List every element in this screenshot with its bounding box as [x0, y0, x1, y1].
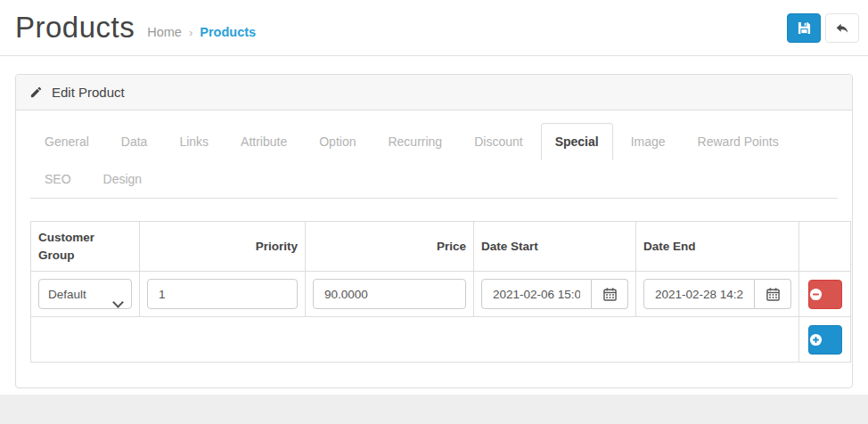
date-end-input[interactable]: [643, 279, 755, 309]
product-tabs: General Data Links Attribute Option Recu…: [30, 123, 838, 199]
tab-data[interactable]: Data: [107, 123, 162, 160]
tab-attribute[interactable]: Attribute: [226, 123, 301, 160]
page-title: Products: [15, 11, 135, 45]
calendar-icon: [603, 288, 617, 301]
panel-body: General Data Links Attribute Option Recu…: [16, 110, 852, 375]
plus-circle-icon: [809, 333, 841, 347]
footer-empty-cell: [31, 317, 799, 363]
page-header: Products Home › Products: [0, 0, 868, 56]
minus-circle-icon: [809, 288, 841, 301]
page-background-strip: [0, 395, 868, 424]
col-header-actions: [799, 222, 851, 272]
tab-seo[interactable]: SEO: [30, 160, 86, 198]
col-header-customer-group: Customer Group: [31, 222, 140, 272]
date-start-calendar-button[interactable]: [592, 279, 628, 309]
panel-heading: Edit Product: [16, 75, 852, 110]
tab-reward-points[interactable]: Reward Points: [684, 123, 793, 160]
date-start-group: [481, 279, 628, 309]
calendar-icon: [766, 288, 780, 301]
date-end-calendar-button[interactable]: [755, 279, 791, 309]
special-row: Default: [31, 272, 851, 317]
date-end-group: [643, 279, 791, 309]
breadcrumb-home-link[interactable]: Home: [147, 25, 182, 39]
panel-title: Edit Product: [52, 85, 125, 100]
tab-special[interactable]: Special: [541, 123, 613, 160]
tab-option[interactable]: Option: [305, 123, 370, 160]
priority-input[interactable]: [147, 279, 298, 309]
tab-general[interactable]: General: [30, 123, 103, 160]
breadcrumb-separator: ›: [189, 26, 192, 39]
table-footer-row: [31, 317, 851, 363]
tab-design[interactable]: Design: [89, 160, 157, 198]
back-reply-arrow-icon: [835, 20, 849, 35]
col-header-priority: Priority: [140, 222, 306, 272]
special-price-table: Customer Group Priority Price Date Start…: [30, 221, 851, 363]
customer-group-select-wrap: Default: [38, 288, 132, 301]
breadcrumb: Home › Products: [147, 25, 256, 39]
edit-product-panel: Edit Product General Data Links Attribut…: [15, 74, 853, 388]
price-input[interactable]: [313, 279, 466, 309]
col-header-price: Price: [306, 222, 474, 272]
back-button[interactable]: [825, 13, 859, 43]
date-start-input[interactable]: [481, 279, 592, 309]
tab-image[interactable]: Image: [617, 123, 680, 160]
save-button[interactable]: [787, 13, 821, 43]
tab-recurring[interactable]: Recurring: [373, 123, 456, 160]
customer-group-select[interactable]: Default: [38, 279, 132, 309]
tab-discount[interactable]: Discount: [460, 123, 536, 160]
tab-links[interactable]: Links: [165, 123, 223, 160]
breadcrumb-current-link[interactable]: Products: [200, 25, 256, 39]
pencil-icon: [29, 86, 43, 99]
col-header-date-end: Date End: [636, 222, 799, 272]
save-floppy-icon: [798, 21, 811, 35]
header-toolbar: [787, 13, 859, 43]
table-header-row: Customer Group Priority Price Date Start…: [31, 222, 851, 272]
col-header-date-start: Date Start: [474, 222, 636, 272]
add-row-button[interactable]: [808, 325, 842, 355]
content-area: Products Home › Products: [0, 0, 868, 395]
remove-row-button[interactable]: [808, 280, 842, 309]
